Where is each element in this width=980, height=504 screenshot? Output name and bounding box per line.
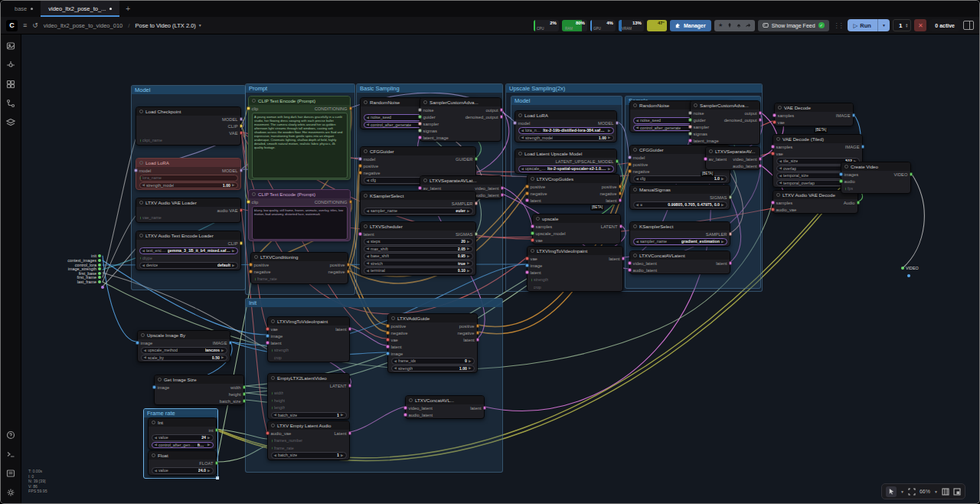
active-jobs-badge[interactable]: 0 active (929, 19, 960, 31)
widget-frames_number[interactable]: frames_number (271, 437, 347, 444)
node-ltxv-concat-av-latent-1[interactable]: LTXVConcatAVL...video_latentlatentaudio_… (405, 395, 485, 419)
node-ltxv-separate-av-latent-2[interactable]: LTXVSeparateAV...av_latentvideo_latentau… (705, 146, 760, 170)
input-slot-model[interactable] (134, 169, 138, 172)
widget-lora_name[interactable]: lora_name (139, 175, 238, 182)
node-ltxv-audio-text-encode-loader[interactable]: LTXV Audio Text Encode LoaderCLIP◀text_e… (136, 231, 241, 270)
widget-length[interactable]: length (271, 404, 347, 411)
new-tab-button[interactable]: + (119, 1, 136, 17)
widget-terminal[interactable]: ◀terminal0.10▶ (364, 267, 473, 274)
input-slot-guider[interactable] (418, 115, 422, 119)
input-slot-audio[interactable] (839, 179, 843, 183)
widget-crop[interactable]: crop (531, 284, 620, 291)
node-library-icon[interactable] (6, 60, 16, 70)
node-load-latent-upscale-model[interactable]: Load Latent Upscale ModelLATENT_UPSCALE_… (514, 149, 617, 174)
input-slot-audio_vae[interactable] (266, 431, 270, 435)
output-slot-audio VAE[interactable] (240, 208, 243, 212)
widget-base_shift[interactable]: ◀base_shift0.95▶ (364, 253, 473, 260)
input-slot-sigmas[interactable] (688, 132, 692, 136)
widget-scale_by[interactable]: ◀scale_by0.50▶ (141, 355, 227, 362)
output-slot-Latent[interactable] (348, 431, 352, 435)
node-upscale[interactable]: upscalesamplesLATENTupscale_modelvae (532, 214, 621, 244)
output-slot-Audio[interactable] (857, 201, 861, 205)
star-icon[interactable]: ★ (717, 21, 725, 30)
output-slot-video_latent[interactable] (759, 157, 763, 161)
workflow-name[interactable]: video_ltx2_pose_to_video_010 (44, 22, 122, 29)
manager-button[interactable]: Manager (670, 20, 711, 31)
node-load-lora[interactable]: Load LoRAmodelMODELlora_name◀strength_mo… (136, 158, 241, 190)
node-sampler-custom-advanced-1[interactable]: SamplerCustomAdva...noiseoutputguiderden… (420, 97, 501, 142)
output-slot-IMAGE[interactable] (852, 113, 856, 117)
templates-icon[interactable] (6, 117, 16, 127)
input-slot-negative[interactable] (358, 171, 362, 175)
widget-strength[interactable]: strength (271, 347, 347, 354)
widget-strength[interactable]: ◀strength1.00▶ (391, 365, 475, 372)
video-output-label[interactable]: VIDEO (901, 266, 919, 270)
node-clip-text-encode-negative[interactable]: CLIP Text Encode (Prompt)clipCONDITIONIN… (248, 189, 351, 241)
share-arrow-icon[interactable] (744, 21, 753, 30)
input-slot-upscale_model[interactable] (531, 231, 534, 235)
input-slot-vae[interactable] (773, 120, 776, 124)
output-slot-latent[interactable] (483, 406, 487, 410)
node-manual-sigmas[interactable]: ManualSigmasSIGMAS◀≡0.99805, 0.705, 0.47… (629, 185, 730, 210)
output-slot-SIGMAS[interactable] (729, 195, 733, 199)
input-slot-model[interactable] (628, 155, 632, 159)
widget-vae_name[interactable]: vae_name (139, 214, 238, 221)
logs-icon[interactable] (6, 468, 16, 478)
output-slot-CLIP[interactable] (240, 124, 243, 128)
output-slot-output[interactable] (500, 108, 504, 112)
workflows-icon[interactable] (6, 98, 16, 108)
node-vae-decode[interactable]: VAE DecodesamplesIMAGEvae (774, 103, 854, 126)
comfyui-logo[interactable]: C (6, 20, 18, 31)
widget-text_encoder[interactable]: ◀text_encodergemma_3_1B_it_b4_mixed.safe… (139, 247, 238, 254)
node-ltxv-concat-av-latent-2[interactable]: LTXVConcatAVLatentvideo_latentlatentaudi… (629, 250, 730, 274)
input-slot-guider[interactable] (688, 118, 692, 122)
input-slot-clip[interactable] (247, 106, 250, 110)
input-slot-audio_vae[interactable] (771, 208, 775, 211)
input-slot-positive[interactable] (358, 164, 362, 168)
output-slot-int[interactable] (215, 428, 219, 432)
input-slot-images[interactable] (839, 172, 843, 176)
widget-ckpt_name[interactable]: ckpt_name (139, 137, 238, 144)
output-slot-audio_latent[interactable] (501, 193, 505, 197)
node-ltxv-audio-vae-loader[interactable]: LTXV Audio VAE Loaderaudio VAEvae_name (136, 198, 241, 223)
output-slot-CLIP[interactable] (240, 241, 243, 245)
cancel-run-button[interactable]: ✕ (914, 19, 926, 31)
input-slot-model[interactable] (358, 157, 362, 161)
node-ltxv-conditioning[interactable]: LTXVConditioningpositivepositivenegative… (250, 252, 348, 284)
output-slot-positive[interactable] (476, 324, 480, 328)
select-tool-button[interactable] (886, 486, 897, 497)
node-int[interactable]: Intint◀value24▶◀control_after_generatefi… (148, 417, 217, 450)
input-slot-image[interactable] (386, 352, 390, 355)
input-slot-image[interactable] (136, 341, 139, 345)
output-slot-IMAGE[interactable] (229, 341, 233, 345)
input-slot-negative[interactable] (386, 331, 390, 335)
model-library-icon[interactable] (6, 79, 16, 89)
queue-icon[interactable] (6, 41, 16, 51)
input-slot-latent[interactable] (266, 341, 270, 345)
output-slot-output[interactable] (759, 111, 763, 115)
widget-device[interactable]: ◀devicedefault▶ (139, 262, 238, 269)
pin-icon[interactable] (726, 21, 734, 30)
minimap-toggle-icon[interactable] (953, 488, 961, 496)
zoom-level[interactable]: 66% (920, 489, 930, 494)
io-label-last_frame[interactable]: last_frame (47, 280, 101, 284)
node-ltxv-img-to-video-inpaint[interactable]: LTXVImgToVideoInpaintvaelatentimagelaten… (267, 316, 350, 362)
output-slot-CONDITIONING[interactable] (349, 106, 353, 110)
node-empty-ltx2-latent-video[interactable]: EmptyLTX2LatentVideoLATENTwidthheightlen… (267, 373, 350, 420)
input-slot-audio_latent[interactable] (628, 268, 632, 272)
node-upscale-image-by[interactable]: Upscale Image ByimageIMAGE◀upscale_metho… (137, 330, 230, 362)
input-slot-latent[interactable] (358, 232, 362, 236)
output-slot-SAMPLER[interactable] (729, 232, 733, 236)
input-slot-vae[interactable] (266, 327, 270, 331)
output-slot-latent[interactable] (348, 327, 352, 331)
node-ltxv-img-to-video-inpaint-upscale[interactable]: LTXVImgToVideoInpaintvaelatentimagelaten… (527, 246, 623, 292)
node-float[interactable]: FloatFLOAT◀value24.0▶ (148, 450, 217, 476)
tab-base[interactable]: base (7, 1, 41, 17)
widget-sampler_name[interactable]: ◀sampler_namegradient_estimation▶ (633, 238, 727, 245)
output-slot-width[interactable] (243, 385, 247, 389)
feed-toggle-on-icon[interactable]: ✓ (818, 22, 825, 28)
input-slot-positive[interactable] (628, 162, 632, 166)
input-slot-sampler[interactable] (418, 122, 422, 126)
output-slot-latent[interactable] (622, 257, 626, 260)
input-slot-latent[interactable] (525, 198, 529, 202)
